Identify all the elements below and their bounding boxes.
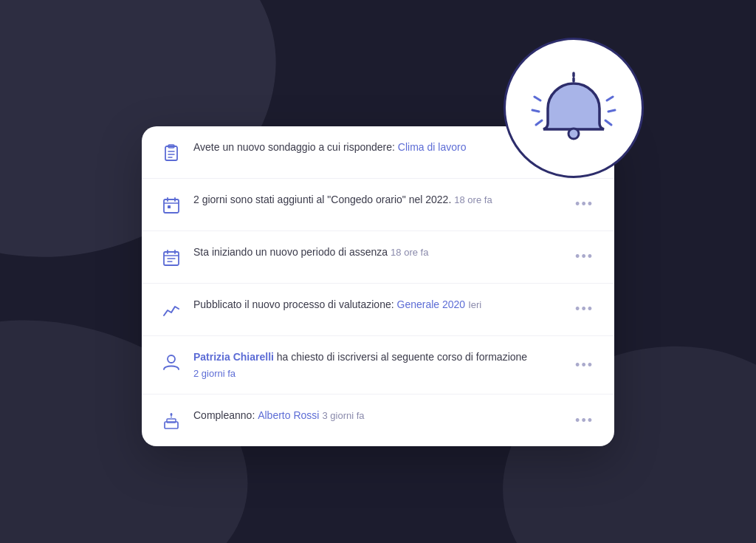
svg-line-6 (535, 97, 540, 100)
bell-circle: .bell-body { fill: #a8b4e8; } .bell-stro… (504, 38, 644, 178)
notification-item-leave: 2 giorni sono stati aggiunti al "Congedo… (142, 179, 614, 231)
notification-text-course: Patrizia Chiarelli ha chiesto di iscrive… (193, 349, 565, 381)
leave-text: 2 giorni sono stati aggiunti al "Congedo… (193, 194, 451, 205)
svg-rect-12 (165, 146, 177, 160)
more-button-birthday[interactable]: ••• (572, 413, 597, 428)
person-icon (159, 351, 183, 375)
more-button-absence[interactable]: ••• (572, 249, 597, 264)
svg-line-11 (605, 120, 611, 125)
course-time: 2 giorni fa (193, 366, 565, 381)
notification-item-absence: Sta iniziando un nuovo periodo di assenz… (142, 231, 614, 284)
birthday-time: 3 giorni fa (322, 410, 364, 421)
svg-line-10 (608, 110, 615, 112)
survey-link[interactable]: Clima di lavoro (398, 141, 467, 153)
svg-line-7 (532, 110, 539, 112)
notification-text-absence: Sta iniziando un nuovo periodo di assenz… (193, 245, 565, 260)
notification-item-course: Patrizia Chiarelli ha chiesto di iscrive… (142, 336, 614, 395)
absence-time: 18 ore fa (391, 247, 428, 258)
evaluation-time: Ieri (468, 299, 481, 310)
svg-line-9 (607, 97, 613, 100)
notification-text-birthday: Compleanno: Alberto Rossi3 giorni fa (193, 408, 565, 423)
notification-card: .bell-body { fill: #a8b4e8; } .bell-stro… (142, 126, 614, 447)
bell-wrapper: .bell-body { fill: #a8b4e8; } .bell-stro… (504, 38, 644, 178)
svg-point-28 (168, 355, 175, 363)
svg-point-32 (171, 413, 173, 416)
notification-text-evaluation: Pubblicato il nuovo processo di valutazi… (193, 297, 565, 313)
absence-text: Sta iniziando un nuovo periodo di assenz… (193, 246, 388, 258)
birthday-text: Compleanno: (193, 409, 258, 421)
svg-point-5 (568, 129, 579, 139)
svg-rect-17 (164, 199, 179, 213)
notification-item-evaluation: Pubblicato il nuovo processo di valutazi… (142, 284, 614, 336)
course-text: ha chiesto di iscriversi al seguente cor… (274, 351, 527, 363)
calendar-icon (159, 194, 183, 217)
notification-text-leave: 2 giorni sono stati aggiunti al "Congedo… (193, 192, 565, 208)
birthday-icon (159, 409, 183, 433)
evaluation-text: Pubblicato il nuovo processo di valutazi… (193, 298, 397, 310)
more-button-leave[interactable]: ••• (572, 197, 597, 212)
svg-line-8 (536, 120, 542, 125)
more-button-course[interactable]: ••• (572, 358, 597, 373)
survey-text: Avete un nuovo sondaggio a cui risponder… (193, 141, 398, 153)
more-button-evaluation[interactable]: ••• (572, 301, 597, 317)
background: .bell-body { fill: #a8b4e8; } .bell-stro… (0, 0, 756, 543)
leave-time: 18 ore fa (454, 194, 492, 205)
notification-item-birthday: Compleanno: Alberto Rossi3 giorni fa ••• (142, 395, 614, 446)
svg-rect-21 (168, 205, 171, 208)
calendar2-icon (159, 246, 183, 270)
svg-rect-30 (167, 419, 176, 423)
course-person-link[interactable]: Patrizia Chiarelli (193, 351, 274, 363)
bell-icon: .bell-body { fill: #a8b4e8; } .bell-stro… (526, 60, 622, 156)
evaluation-link[interactable]: Generale 2020 (397, 298, 466, 310)
clipboard-icon (159, 141, 183, 165)
chart-icon (159, 298, 183, 322)
birthday-link[interactable]: Alberto Rossi (258, 409, 319, 421)
